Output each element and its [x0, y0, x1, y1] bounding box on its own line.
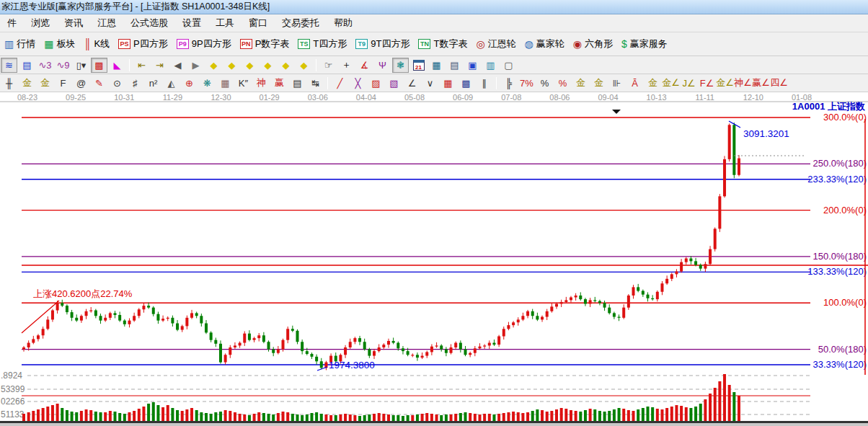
menu-item-0[interactable]: 件 [0, 14, 24, 32]
square-web-icon[interactable]: ▦ [217, 76, 234, 91]
9t-square-button[interactable]: T99T四方形 [351, 36, 414, 52]
fan-box-icon[interactable]: ╳ [350, 76, 366, 91]
menu-item-2[interactable]: 资讯 [57, 14, 90, 32]
diamond-left-icon[interactable]: ◆ [205, 58, 222, 73]
purple-bars-9-icon[interactable]: ∿9 [55, 58, 71, 73]
crosshair-icon[interactable]: ＋ [338, 58, 355, 73]
pen-icon[interactable]: ✎ [91, 76, 107, 91]
trident-icon[interactable]: Ψ [374, 58, 391, 73]
span-arrows-icon[interactable]: ↹ [307, 76, 324, 91]
candle-body [195, 313, 198, 316]
cycle-circle-icon[interactable]: ⊙ [109, 76, 125, 91]
hand-pan-icon[interactable]: ☞ [320, 58, 337, 73]
ying-icon[interactable]: 赢 [271, 76, 288, 91]
gold-circle-icon[interactable]: 金 [572, 76, 589, 91]
parallel-lines-icon[interactable]: ∥ [476, 76, 492, 91]
scale-icon[interactable]: ╠ [500, 76, 517, 91]
notepad-icon[interactable]: ▤ [446, 58, 463, 73]
gold2-icon[interactable]: 金 [645, 76, 661, 91]
brain-icon[interactable]: ❃ [392, 58, 409, 73]
menu-item-3[interactable]: 江恩 [90, 14, 123, 32]
t-table-button[interactable]: TNT数字表 [414, 36, 471, 52]
quote-button[interactable]: ▥行情 [0, 36, 40, 52]
grid-red-icon[interactable]: ▦ [440, 76, 456, 91]
shen-angle-icon[interactable]: 神∠ [735, 76, 751, 91]
spiderweb-icon[interactable]: ❋ [199, 76, 216, 91]
menu-item-7[interactable]: 窗口 [242, 14, 275, 32]
gold-angle-icon[interactable]: 金∠ [663, 76, 679, 91]
percent7-icon[interactable]: 7% [518, 76, 535, 91]
calculator-icon[interactable]: ▦ [428, 58, 445, 73]
gann-wheel-button[interactable]: ◎江恩轮 [471, 36, 520, 52]
winner-wheel-button[interactable]: ◍赢家轮 [521, 36, 569, 52]
gold-grid2-icon[interactable]: 金 [37, 76, 53, 91]
menu-item-4[interactable]: 公式选股 [123, 14, 175, 32]
candle-body [214, 340, 217, 344]
grid-blue-icon[interactable]: ▩ [458, 76, 474, 91]
k-angle-icon[interactable]: K″ [235, 76, 252, 91]
chart-area[interactable]: 08-2309-2510-3111-2912-3001-2903-0604-04… [0, 92, 868, 426]
9p-square-button[interactable]: P99P四方形 [172, 36, 236, 52]
t-square-button[interactable]: TST四方形 [293, 36, 351, 52]
purple-bars-3-icon[interactable]: ∿3 [37, 58, 53, 73]
diamond-expand-icon[interactable]: ◆ [278, 58, 294, 73]
j-angle-icon[interactable]: J∠ [681, 76, 697, 91]
gold-lines-icon[interactable]: 金 [590, 76, 607, 91]
save-icon[interactable]: ▣ [464, 58, 481, 73]
diamond-lr-icon[interactable]: ◆ [242, 58, 258, 73]
percent-icon[interactable]: % [536, 76, 553, 91]
shen-icon[interactable]: 神 [253, 76, 270, 91]
winner-service-button[interactable]: $赢家服务 [617, 36, 672, 52]
prev-bar-icon[interactable]: ◀ [169, 58, 186, 73]
calendar-icon[interactable]: 21 [410, 58, 427, 73]
menu-item-9[interactable]: 帮助 [327, 14, 360, 32]
target-red-icon[interactable]: ⊕ [181, 76, 198, 91]
grid-123-icon[interactable]: ▤ [289, 76, 306, 91]
volume-bar [71, 412, 74, 421]
protractor-icon[interactable]: ∡ [356, 58, 373, 73]
kline-chart[interactable]: 08-2309-2510-3111-2912-3001-2903-0604-04… [0, 92, 868, 426]
gold-angle2-icon[interactable]: 金∠ [717, 76, 733, 91]
diamond-right-icon[interactable]: ◆ [223, 58, 240, 73]
angle-a-icon[interactable]: ◭ [163, 76, 180, 91]
ruler-pen-icon[interactable]: ⊪ [608, 76, 625, 91]
diamond-compress-icon[interactable]: ◆ [260, 58, 276, 73]
next-bar-icon[interactable]: ▶ [187, 58, 204, 73]
hexagon-button[interactable]: ◉六角形 [569, 36, 617, 52]
menu-item-6[interactable]: 工具 [208, 14, 242, 32]
gann-ruler-icon[interactable]: ╫ [1, 76, 17, 91]
angle-lines-icon[interactable]: ∠ [404, 76, 420, 91]
percent-line-icon[interactable]: % [554, 76, 571, 91]
computer-icon[interactable]: ▢ [500, 58, 517, 73]
spiral-icon[interactable]: @ [73, 76, 89, 91]
f-grid-icon[interactable]: F [55, 76, 71, 91]
magenta-histogram-icon[interactable]: ◣ [109, 58, 125, 73]
first-bar-icon[interactable]: ⇤ [133, 58, 150, 73]
hash-icon[interactable]: ♯ [127, 76, 143, 91]
fan-square-icon[interactable]: ▧ [386, 76, 402, 91]
p-square-button[interactable]: PSP四方形 [114, 36, 172, 52]
si-angle-icon[interactable]: 四∠ [771, 76, 787, 91]
wave-a-icon[interactable]: Ā [626, 76, 643, 91]
n2-icon[interactable]: n² [145, 76, 161, 91]
diamond-full-icon[interactable]: ◆ [296, 58, 312, 73]
last-bar-icon[interactable]: ⇥ [151, 58, 168, 73]
gold-grid-icon[interactable]: 金 [19, 76, 35, 91]
kline-button[interactable]: ║K线 [79, 36, 114, 52]
document-icon[interactable]: ▤ [19, 58, 35, 73]
fan-lines-icon[interactable]: ╱ [332, 76, 348, 91]
v-shape-icon[interactable]: ∨ [422, 76, 438, 91]
menu-item-1[interactable]: 浏览 [24, 14, 57, 32]
candle-style-icon[interactable]: ▯▾ [73, 58, 89, 73]
f-angle-icon[interactable]: F∠ [699, 76, 715, 91]
menu-item-8[interactable]: 交易委托 [275, 14, 327, 32]
zigzag-draw-icon[interactable]: ≋ [1, 58, 17, 73]
sector-button[interactable]: ▦板块 [40, 36, 79, 52]
red-grid-icon[interactable]: ▩ [91, 58, 107, 73]
image-icon[interactable]: ▥ [482, 58, 499, 73]
menu-item-5[interactable]: 设置 [175, 14, 208, 32]
gann-level-label: 300.0%(0) [823, 112, 867, 123]
fan-box2-icon[interactable]: ▨ [368, 76, 384, 91]
ying-angle-icon[interactable]: 赢∠ [753, 76, 769, 91]
p-table-button[interactable]: PNP数字表 [236, 36, 294, 52]
